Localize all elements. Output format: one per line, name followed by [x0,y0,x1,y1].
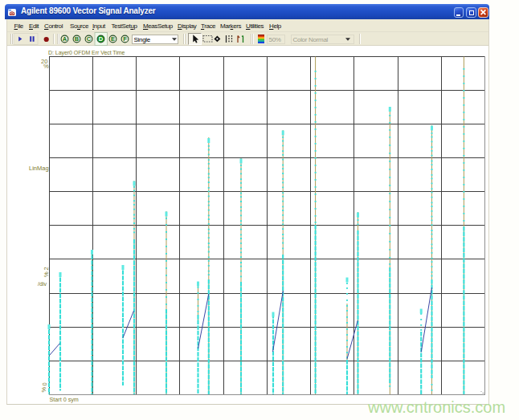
svg-text:%: % [43,271,50,277]
svg-text:Start 0 sym: Start 0 sym [50,396,79,403]
svg-text:D: Layer0 OFDM Err Vect Time: D: Layer0 OFDM Err Vect Time [48,50,125,56]
svg-text:%: % [40,387,47,393]
svg-text:/div: /div [38,280,47,287]
svg-text:0: 0 [41,382,48,385]
svg-text:LinMag: LinMag [29,165,49,172]
svg-text:2: 2 [43,267,50,270]
svg-text:%: % [43,63,49,70]
